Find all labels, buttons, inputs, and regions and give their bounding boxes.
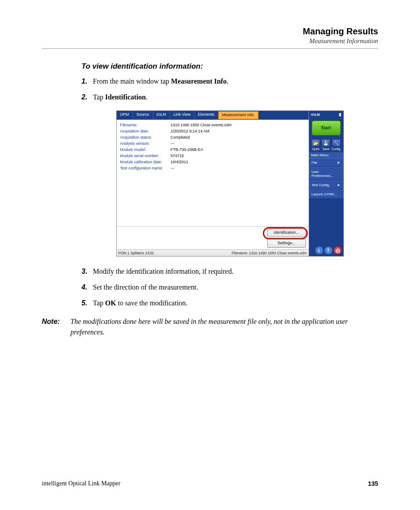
step-post: .: [146, 93, 147, 101]
battery-icon: ▮: [339, 112, 341, 117]
start-button[interactable]: Start: [312, 121, 341, 136]
info-value: 10/4/2011: [171, 159, 188, 165]
side-panel: iOLM ▮ Start 📂 Open 💾 Save: [309, 111, 343, 256]
menu-label: File: [312, 161, 317, 165]
menu-label: Test Config.: [312, 183, 330, 187]
identification-button[interactable]: Identification...: [267, 228, 306, 237]
step-5: 5. Tap OK to save the modification.: [81, 298, 378, 308]
info-label: Acquisition status:: [120, 135, 171, 140]
save-icon: 💾: [321, 139, 330, 147]
chevron-right-icon: ►: [337, 161, 341, 165]
menu-label: User Preferences...: [312, 170, 341, 178]
measurement-info-panel: Filename:1310 1490 1550 Close events.iol…: [117, 120, 309, 226]
menu-header: Main Menu: [309, 152, 343, 158]
step-text: From the main window tap: [93, 77, 171, 85]
info-label: Module serial number:: [120, 153, 171, 159]
menu-launch-otdr[interactable]: Launch OTDR...: [309, 190, 343, 199]
menu-user-preferences[interactable]: User Preferences...: [309, 167, 343, 180]
tab-bar: OPM Source iOLM Link View Elements Measu…: [117, 111, 309, 120]
tab-link-view[interactable]: Link View: [170, 111, 194, 120]
info-label: Module calibration date:: [120, 159, 171, 165]
tab-measurement-info[interactable]: Measurement Info.: [218, 111, 258, 119]
step-3: 3. Modify the identification information…: [81, 266, 378, 277]
embedded-screenshot: OPM Source iOLM Link View Elements Measu…: [116, 110, 344, 257]
menu-file[interactable]: File ►: [309, 158, 343, 167]
info-label: Acquisition date:: [120, 128, 171, 134]
info-label: Filename:: [120, 122, 171, 128]
info-value: 1/20/2012 9:14:14 AM: [171, 128, 210, 134]
step-2: 2. Tap Identification.: [81, 92, 378, 103]
step-bold: Measurement Info: [171, 77, 226, 85]
footer-product: intelligent Optical Link Mapper: [42, 480, 120, 487]
step-number: 4.: [81, 282, 93, 293]
icon-label: Config.: [332, 147, 341, 150]
steps-before-screenshot: 1. From the main window tap Measurement …: [81, 76, 378, 103]
info-value: ---: [171, 141, 175, 147]
status-right: Filename: 1310 1490 1550 Close events.io…: [232, 251, 307, 255]
info-value: FTB-730-236B-EA: [171, 147, 203, 153]
footer-page-number: 135: [368, 480, 378, 487]
step-1: 1. From the main window tap Measurement …: [81, 76, 378, 87]
save-button[interactable]: 💾 Save: [321, 139, 331, 150]
power-icon[interactable]: ⏻: [334, 246, 342, 254]
header-rule: [42, 48, 378, 49]
open-icon: 📂: [311, 139, 320, 147]
info-value: 1310 1490 1550 Close events.iolm: [171, 122, 232, 128]
step-post: to save the modification.: [116, 299, 188, 307]
step-text: Modify the identification information, i…: [93, 268, 233, 275]
config-button[interactable]: 🔧 Config.: [332, 139, 341, 150]
chevron-right-icon: ►: [337, 183, 341, 187]
step-number: 1.: [81, 76, 93, 87]
icon-label: Open: [312, 147, 320, 150]
steps-after-screenshot: 3. Modify the identification information…: [81, 266, 378, 308]
step-4: 4. Set the direction of the measurement.: [81, 282, 378, 293]
tab-iolm[interactable]: iOLM: [153, 111, 170, 120]
side-title-text: iOLM: [311, 113, 320, 117]
step-text: Tap: [93, 299, 105, 307]
note-label: Note:: [42, 316, 70, 338]
icon-label: Save: [323, 147, 330, 150]
info-label: Test configuration name:: [120, 165, 171, 171]
status-left: PON 1 Splitters 1X32: [118, 251, 154, 255]
step-bold: OK: [105, 299, 116, 307]
step-text: Set the direction of the measurement.: [93, 283, 198, 291]
page-header-subtitle: Measurement Information: [42, 37, 378, 45]
help-icon[interactable]: ?: [324, 246, 332, 254]
info-label: Analysis version:: [120, 141, 171, 147]
note-text: The modifications done here will be save…: [70, 316, 378, 338]
menu-test-config[interactable]: Test Config. ►: [309, 180, 343, 190]
info-value: ---: [171, 165, 175, 171]
settings-button[interactable]: Settings...: [267, 239, 306, 248]
info-value: Completed: [171, 135, 190, 140]
info-label: Module model:: [120, 147, 171, 153]
status-bar: PON 1 Splitters 1X32 Filename: 1310 1490…: [117, 249, 309, 256]
procedure-title: To view identification information:: [81, 62, 378, 71]
tab-opm[interactable]: OPM: [117, 111, 133, 120]
config-icon: 🔧: [332, 139, 341, 147]
tab-source[interactable]: Source: [133, 111, 153, 120]
step-number: 2.: [81, 92, 93, 103]
tab-elements[interactable]: Elements: [194, 111, 218, 120]
info-icon[interactable]: i: [315, 246, 323, 254]
menu-label: Launch OTDR...: [312, 192, 337, 196]
step-number: 5.: [81, 298, 93, 308]
page-header-title: Managing Results: [42, 26, 378, 37]
open-button[interactable]: 📂 Open: [311, 139, 321, 150]
step-bold: Identification: [105, 93, 146, 101]
step-post: .: [227, 77, 228, 85]
info-value: 574715: [171, 153, 184, 159]
step-number: 3.: [81, 266, 93, 277]
step-text: Tap: [93, 93, 105, 101]
